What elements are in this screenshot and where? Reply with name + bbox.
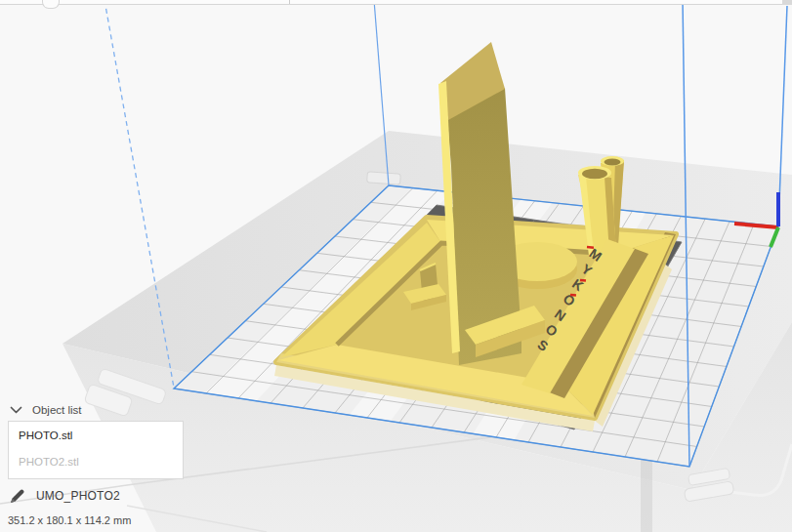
model-dimensions: 351.2 x 180.1 x 114.2 mm <box>8 514 131 526</box>
toolbar-corner <box>782 0 792 5</box>
bed-clip-back <box>367 172 401 184</box>
chevron-down-icon[interactable] <box>10 406 22 415</box>
object-list-item[interactable]: PHOTO.stl <box>9 422 183 441</box>
object-list-header[interactable]: Object list <box>10 404 82 416</box>
toolbar-strip <box>0 0 792 5</box>
toolbar-divider <box>289 0 290 4</box>
printer-name: UMO_PHOTO2 <box>36 489 120 503</box>
object-list: PHOTO.stl PHOTO2.stl <box>8 421 184 479</box>
pencil-icon[interactable] <box>10 488 25 504</box>
object-list-item[interactable]: PHOTO2.stl <box>9 441 183 468</box>
printer-row[interactable]: UMO_PHOTO2 <box>10 488 120 504</box>
object-list-label: Object list <box>32 404 82 416</box>
